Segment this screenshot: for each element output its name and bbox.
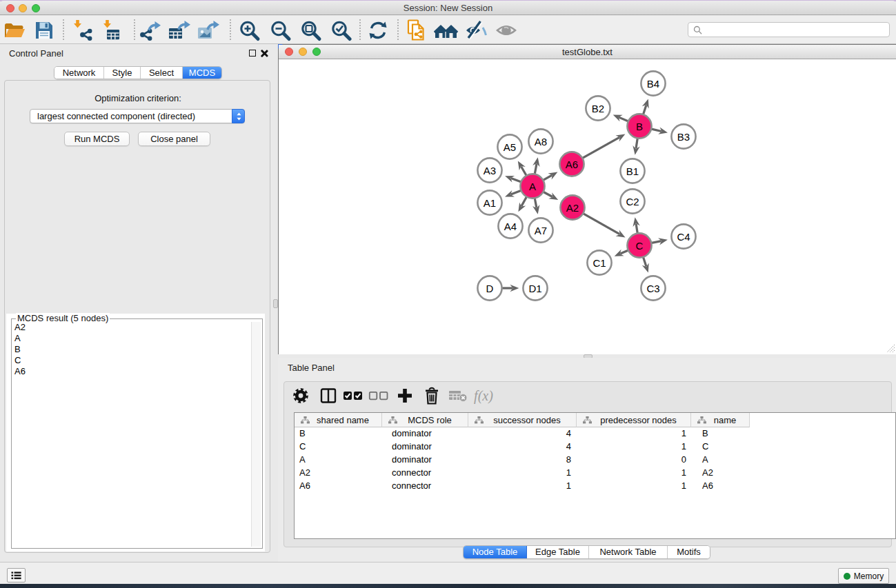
mcds-result-list[interactable]: A2ABCA6 [13,322,251,547]
cell-1-MCDS-role[interactable]: dominator [392,440,468,453]
network-window-titlebar[interactable]: testGlobe.txt [279,45,896,59]
zoom-in-icon[interactable] [237,19,261,42]
column-header-successor-nodes[interactable]: successor nodes [468,413,577,427]
float-panel-icon[interactable] [249,50,256,57]
graph-node-D[interactable]: D [477,276,501,300]
cell-2-name[interactable]: A [702,453,750,466]
tab-mcds[interactable]: MCDS [183,67,221,79]
search-box[interactable] [688,22,890,37]
table-tab-edge-table[interactable]: Edge Table [527,546,589,558]
save-session-icon[interactable] [32,19,57,42]
cell-4-successor-nodes[interactable]: 1 [468,479,571,492]
cell-2-successor-nodes[interactable]: 8 [468,453,571,466]
mcds-result-scrollbar[interactable] [251,322,261,547]
search-input[interactable] [702,25,889,34]
cell-4-shared-name[interactable]: A6 [299,479,382,492]
cell-3-predecessor-nodes[interactable]: 1 [577,466,686,479]
show-columns-icon[interactable] [317,383,340,408]
zoom-window-button[interactable] [32,4,40,12]
graph-node-A2[interactable]: A2 [560,195,584,219]
cell-2-MCDS-role[interactable]: dominator [392,453,468,466]
graph-node-A4[interactable]: A4 [498,214,522,238]
column-header-shared-name[interactable]: shared name [295,413,382,427]
cell-1-predecessor-nodes[interactable]: 1 [577,440,686,453]
cell-3-shared-name[interactable]: A2 [299,466,382,479]
network-zoom-button[interactable] [312,48,321,56]
graph-node-B3[interactable]: B3 [671,124,695,148]
criterion-dropdown[interactable]: largest connected component (directed) [30,109,245,123]
cell-0-successor-nodes[interactable]: 4 [468,427,571,440]
zoom-fit-icon[interactable] [298,19,323,42]
graph-node-A5[interactable]: A5 [497,134,521,159]
table-tab-network-table[interactable]: Network Table [589,546,668,558]
export-table-icon[interactable] [167,19,192,42]
tab-style[interactable]: Style [104,67,141,79]
graph-node-C2[interactable]: C2 [620,189,644,213]
cell-3-MCDS-role[interactable]: connector [392,466,468,479]
cell-0-shared-name[interactable]: B [299,427,382,440]
cell-4-name[interactable]: A6 [702,479,750,492]
cell-1-shared-name[interactable]: C [299,440,382,453]
cell-4-MCDS-role[interactable]: connector [392,479,468,492]
refresh-icon[interactable] [366,19,390,42]
add-icon[interactable] [393,383,417,408]
graph-node-A[interactable]: A [520,174,544,198]
close-window-button[interactable] [6,4,14,12]
graph-node-C[interactable]: C [627,233,651,257]
run-mcds-button[interactable]: Run MCDS [64,132,130,146]
network-close-button[interactable] [285,48,293,56]
import-network-icon[interactable] [71,19,96,42]
graph-node-C4[interactable]: C4 [671,224,695,248]
cell-0-predecessor-nodes[interactable]: 1 [577,427,686,440]
first-neighbors-icon[interactable] [434,19,459,42]
network-minimize-button[interactable] [299,48,307,56]
cell-0-name[interactable]: B [702,427,750,440]
copy-share-icon[interactable] [404,19,429,42]
hide-selected-icon[interactable] [464,19,489,42]
cell-2-predecessor-nodes[interactable]: 0 [577,453,686,466]
table-tab-node-table[interactable]: Node Table [464,546,527,558]
graph-node-C3[interactable]: C3 [641,276,665,300]
graph-node-A7[interactable]: A7 [528,218,552,242]
mcds-result-item[interactable]: B [14,344,251,355]
close-panel-icon[interactable] [260,49,268,57]
graph-node-C1[interactable]: C1 [587,250,611,274]
mcds-result-item[interactable]: A2 [14,322,251,333]
vertical-split-handle[interactable] [273,299,278,308]
column-header-name[interactable]: name [691,413,750,427]
network-canvas[interactable]: B4B2BB3A8A5A6A3B1AA1C2A2A4A7C4CC1C3DD1 [279,60,896,354]
zoom-selected-icon[interactable] [328,19,353,42]
graph-node-B1[interactable]: B1 [620,159,644,183]
graph-node-A3[interactable]: A3 [477,158,501,182]
table-options-icon[interactable] [289,383,312,408]
graph-node-D1[interactable]: D1 [523,276,547,300]
mcds-result-item[interactable]: C [14,355,251,366]
table-tab-motifs[interactable]: Motifs [668,546,710,558]
select-all-icon[interactable] [341,383,365,408]
resize-grip-icon[interactable] [886,344,895,353]
minimize-window-button[interactable] [19,4,27,12]
cell-4-predecessor-nodes[interactable]: 1 [577,479,686,492]
zoom-out-icon[interactable] [268,19,292,42]
cell-3-name[interactable]: A2 [702,466,750,479]
graph-node-B2[interactable]: B2 [586,96,610,120]
show-all-icon[interactable] [495,19,519,42]
export-network-icon[interactable] [138,19,163,42]
tab-select[interactable]: Select [141,67,183,79]
node-table[interactable]: shared name MCDS role successor nodes pr… [294,412,896,539]
cell-3-successor-nodes[interactable]: 1 [468,466,571,479]
close-panel-button[interactable]: Close panel [138,132,210,146]
graph-node-B[interactable]: B [627,114,651,138]
cell-1-successor-nodes[interactable]: 4 [468,440,571,453]
mcds-result-item[interactable]: A [14,333,251,344]
task-history-button[interactable] [7,568,26,582]
open-file-icon[interactable] [2,19,27,42]
graph-node-A6[interactable]: A6 [559,152,584,176]
unselect-all-icon[interactable] [367,383,390,408]
column-header-predecessor-nodes[interactable]: predecessor nodes [577,413,691,427]
cell-1-name[interactable]: C [702,440,750,453]
cell-0-MCDS-role[interactable]: dominator [392,427,468,440]
tab-network[interactable]: Network [54,67,104,79]
cell-2-shared-name[interactable]: A [299,453,382,466]
graph-node-A1[interactable]: A1 [477,190,501,214]
